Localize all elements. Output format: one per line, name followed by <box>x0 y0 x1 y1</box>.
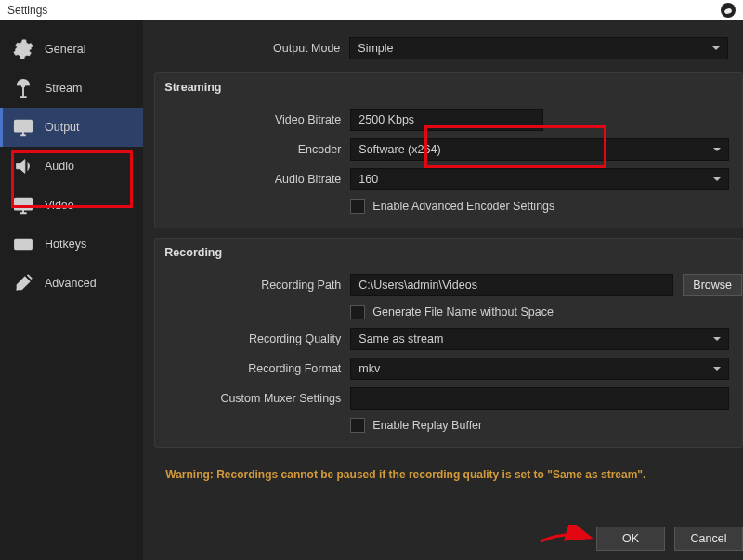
encoder-label: Encoder <box>155 143 350 156</box>
settings-sidebar: General Stream Output Audio Video Hotkey… <box>0 20 143 560</box>
recording-format-select[interactable]: mkv <box>350 358 729 380</box>
speaker-icon <box>13 156 33 176</box>
sidebar-item-hotkeys[interactable]: Hotkeys <box>0 225 143 264</box>
recording-quality-label: Recording Quality <box>155 332 350 345</box>
sidebar-item-label: Video <box>45 199 74 212</box>
replay-buffer-label: Enable Replay Buffer <box>372 419 482 432</box>
svg-rect-2 <box>15 199 32 210</box>
audio-bitrate-label: Audio Bitrate <box>155 173 350 186</box>
recording-format-label: Recording Format <box>155 362 350 375</box>
gear-icon <box>13 39 33 59</box>
recording-path-input[interactable]: C:\Users\admin\Videos <box>350 274 673 296</box>
muxer-input[interactable] <box>350 387 729 410</box>
sidebar-item-output[interactable]: Output <box>0 108 143 147</box>
window-title: Settings <box>7 4 47 17</box>
keyboard-icon <box>13 234 33 254</box>
antenna-icon <box>13 78 33 98</box>
output-mode-row: Output Mode Simple <box>154 33 743 63</box>
enable-advanced-checkbox[interactable]: Enable Advanced Encoder Settings <box>350 194 742 218</box>
tools-icon <box>13 273 33 293</box>
video-bitrate-input[interactable]: 2500 Kbps <box>350 109 543 131</box>
obs-logo-icon <box>721 3 736 18</box>
audio-bitrate-select[interactable]: 160 <box>350 168 729 190</box>
warning-text: Warning: Recordings cannot be paused if … <box>165 468 734 481</box>
sidebar-item-label: Stream <box>45 82 82 95</box>
title-bar: Settings <box>0 0 743 20</box>
sidebar-item-label: Output <box>45 121 80 134</box>
sidebar-item-video[interactable]: Video <box>0 186 143 225</box>
output-mode-select[interactable]: Simple <box>349 37 728 59</box>
sidebar-item-stream[interactable]: Stream <box>0 69 143 108</box>
encoder-select[interactable]: Software (x264) <box>350 138 729 161</box>
cancel-button[interactable]: Cancel <box>674 527 743 551</box>
sidebar-item-general[interactable]: General <box>0 30 143 69</box>
checkbox-icon <box>350 199 365 214</box>
dialog-buttons: OK Cancel <box>596 527 743 551</box>
enable-advanced-label: Enable Advanced Encoder Settings <box>372 200 554 213</box>
ok-button[interactable]: OK <box>596 527 665 551</box>
sidebar-item-label: Advanced <box>45 277 97 290</box>
streaming-panel: Streaming Video Bitrate 2500 Kbps Encode… <box>154 72 743 228</box>
muxer-label: Custom Muxer Settings <box>155 392 350 405</box>
recording-quality-select[interactable]: Same as stream <box>350 328 729 350</box>
recording-panel: Recording Recording Path C:\Users\admin\… <box>154 238 743 448</box>
sidebar-item-label: Hotkeys <box>45 238 86 251</box>
sidebar-item-advanced[interactable]: Advanced <box>0 264 143 303</box>
annotation-arrow-icon <box>539 525 594 549</box>
sidebar-item-label: General <box>45 43 85 56</box>
checkbox-icon <box>350 418 365 433</box>
monitor-arrow-icon <box>13 117 33 137</box>
gen-no-space-checkbox[interactable]: Generate File Name without Space <box>350 300 742 324</box>
output-settings-pane: Output Mode Simple Streaming Video Bitra… <box>143 20 743 560</box>
gen-no-space-label: Generate File Name without Space <box>372 306 554 319</box>
video-bitrate-label: Video Bitrate <box>155 113 350 126</box>
recording-title: Recording <box>155 239 742 267</box>
sidebar-item-label: Audio <box>45 160 74 173</box>
output-mode-label: Output Mode <box>154 42 349 55</box>
monitor-icon <box>13 195 33 215</box>
checkbox-icon <box>350 305 365 319</box>
replay-buffer-checkbox[interactable]: Enable Replay Buffer <box>350 413 742 437</box>
sidebar-item-audio[interactable]: Audio <box>0 147 143 186</box>
recording-path-label: Recording Path <box>155 279 350 292</box>
streaming-title: Streaming <box>155 73 742 101</box>
browse-button[interactable]: Browse <box>683 274 742 296</box>
